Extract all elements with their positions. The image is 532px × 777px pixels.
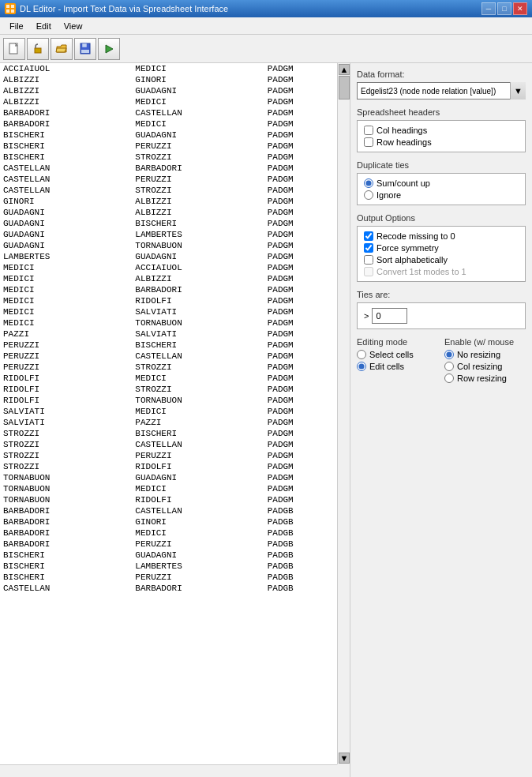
table-row[interactable]: STROZZIRIDOLFIPADGM bbox=[0, 461, 350, 472]
output-options-label: Output Options bbox=[357, 213, 526, 223]
open-button[interactable] bbox=[51, 38, 73, 60]
ties-value-input[interactable]: 0 bbox=[372, 308, 407, 324]
table-row[interactable]: PERUZZISTROZZIPADGM bbox=[0, 362, 350, 373]
recode-missing-checkbox[interactable] bbox=[364, 231, 373, 241]
scrollbar-thumb[interactable] bbox=[339, 76, 350, 99]
table-cell: LAMBERTES bbox=[132, 561, 264, 572]
table-row[interactable]: BARBADORIPERUZZIPADGB bbox=[0, 539, 350, 550]
menu-view[interactable]: View bbox=[58, 20, 89, 32]
select-cells-radio[interactable] bbox=[357, 350, 366, 359]
table-row[interactable]: SALVIATIPAZZIPADGM bbox=[0, 417, 350, 428]
table-row[interactable]: MEDICISALVIATIPADGM bbox=[0, 306, 350, 317]
table-row[interactable]: STROZZICASTELLANPADGM bbox=[0, 439, 350, 450]
table-row[interactable]: MEDICIBARBADORIPADGM bbox=[0, 284, 350, 295]
data-panel: ACCIAIUOLMEDICIPADGMALBIZZIGINORIPADGMAL… bbox=[0, 63, 350, 777]
data-scroll[interactable]: ACCIAIUOLMEDICIPADGMALBIZZIGINORIPADGMAL… bbox=[0, 63, 350, 764]
save-button[interactable] bbox=[74, 38, 96, 60]
table-row[interactable]: GUADAGNIBISCHERIPADGM bbox=[0, 218, 350, 229]
table-row[interactable]: PAZZISALVIATIPADGM bbox=[0, 328, 350, 340]
table-row[interactable]: SALVIATIMEDICIPADGM bbox=[0, 406, 350, 417]
table-row[interactable]: ALBIZZIGINORIPADGM bbox=[0, 74, 350, 85]
vertical-scrollbar[interactable]: ▲ ▼ bbox=[337, 63, 350, 764]
table-row[interactable]: RIDOLFIMEDICIPADGM bbox=[0, 373, 350, 384]
table-row[interactable]: BARBADORICASTELLANPADGM bbox=[0, 107, 350, 118]
table-row[interactable]: LAMBERTESGUADAGNIPADGM bbox=[0, 251, 350, 262]
table-row[interactable]: CASTELLANBARBADORIPADGB bbox=[0, 583, 350, 594]
close-button[interactable]: ✕ bbox=[513, 2, 527, 15]
window-title: DL Editor - Import Text Data via Spreads… bbox=[20, 4, 228, 13]
table-cell: ACCIAIUOL bbox=[0, 63, 132, 74]
table-row[interactable]: ALBIZZIMEDICIPADGM bbox=[0, 96, 350, 107]
table-row[interactable]: TORNABUONGUADAGNIPADGM bbox=[0, 472, 350, 483]
col-resizing-radio[interactable] bbox=[444, 362, 454, 371]
table-row[interactable]: ALBIZZIGUADAGNIPADGM bbox=[0, 85, 350, 96]
minimize-button[interactable]: ─ bbox=[481, 2, 496, 15]
table-row[interactable]: BISCHERIPERUZZIPADGM bbox=[0, 141, 350, 152]
col-headings-checkbox[interactable] bbox=[364, 126, 373, 135]
table-row[interactable]: GUADAGNILAMBERTESPADGM bbox=[0, 229, 350, 240]
table-row[interactable]: BISCHERIGUADAGNIPADGB bbox=[0, 550, 350, 561]
table-row[interactable]: TORNABUONRIDOLFIPADGM bbox=[0, 494, 350, 505]
title-bar: DL Editor - Import Text Data via Spreads… bbox=[0, 0, 532, 17]
table-cell: CASTELLAN bbox=[132, 351, 264, 362]
table-cell: GUADAGNI bbox=[0, 207, 132, 218]
sum-count-radio[interactable] bbox=[364, 178, 373, 188]
row-resizing-radio[interactable] bbox=[444, 373, 454, 383]
horizontal-scrollbar[interactable] bbox=[0, 764, 337, 777]
table-row[interactable]: BISCHERIGUADAGNIPADGM bbox=[0, 130, 350, 141]
table-row[interactable]: BARBADORICASTELLANPADGB bbox=[0, 505, 350, 516]
svg-rect-8 bbox=[81, 50, 89, 53]
table-row[interactable]: STROZZIBISCHERIPADGM bbox=[0, 428, 350, 439]
force-symmetry-checkbox[interactable] bbox=[364, 243, 373, 253]
table-row[interactable]: GINORIALBIZZIPADGM bbox=[0, 196, 350, 207]
no-resizing-radio[interactable] bbox=[444, 350, 454, 359]
row-headings-checkbox[interactable] bbox=[364, 137, 373, 147]
table-row[interactable]: CASTELLANSTROZZIPADGM bbox=[0, 185, 350, 196]
table-cell: MEDICI bbox=[0, 306, 132, 317]
table-row[interactable]: MEDICIACCIAIUOLPADGM bbox=[0, 262, 350, 273]
table-row[interactable]: PERUZZICASTELLANPADGM bbox=[0, 351, 350, 362]
run-button[interactable] bbox=[98, 38, 120, 60]
sort-alpha-checkbox[interactable] bbox=[364, 255, 373, 265]
convert-1st-checkbox[interactable] bbox=[364, 267, 373, 276]
table-row[interactable]: BARBADORIMEDICIPADGB bbox=[0, 527, 350, 539]
table-row[interactable]: BARBADORIGINORIPADGB bbox=[0, 516, 350, 527]
open-lock-button[interactable] bbox=[27, 38, 49, 60]
table-row[interactable]: MEDICIRIDOLFIPADGM bbox=[0, 295, 350, 306]
col-headings-label: Col headings bbox=[377, 126, 427, 135]
table-row[interactable]: BISCHERILAMBERTESPADGB bbox=[0, 561, 350, 572]
table-row[interactable]: RIDOLFITORNABUONPADGM bbox=[0, 395, 350, 406]
table-cell: ALBIZZI bbox=[132, 196, 264, 207]
table-row[interactable]: BISCHERIPERUZZIPADGB bbox=[0, 572, 350, 583]
table-row[interactable]: MEDICITORNABUONPADGM bbox=[0, 317, 350, 328]
menu-file[interactable]: File bbox=[3, 20, 30, 32]
table-row[interactable]: MEDICIALBIZZIPADGM bbox=[0, 273, 350, 284]
table-row[interactable]: CASTELLANBARBADORIPADGM bbox=[0, 163, 350, 174]
table-row[interactable]: PERUZZIBISCHERIPADGM bbox=[0, 340, 350, 351]
table-row[interactable]: GUADAGNIALBIZZIPADGM bbox=[0, 207, 350, 218]
table-cell: GUADAGNI bbox=[132, 251, 264, 262]
table-cell: ALBIZZI bbox=[0, 85, 132, 96]
table-cell: BISCHERI bbox=[0, 152, 132, 163]
table-row[interactable]: BISCHERISTROZZIPADGM bbox=[0, 152, 350, 163]
table-cell: ALBIZZI bbox=[0, 96, 132, 107]
table-row[interactable]: RIDOLFISTROZZIPADGM bbox=[0, 384, 350, 395]
edit-cells-radio[interactable] bbox=[357, 362, 366, 371]
maximize-button[interactable]: □ bbox=[497, 2, 511, 15]
table-row[interactable]: STROZZIPERUZZIPADGM bbox=[0, 450, 350, 461]
new-button[interactable] bbox=[3, 38, 25, 60]
table-row[interactable]: TORNABUONMEDICIPADGM bbox=[0, 483, 350, 494]
table-row[interactable]: BARBADORIMEDICIPADGM bbox=[0, 118, 350, 130]
table-row[interactable]: GUADAGNITORNABUONPADGM bbox=[0, 240, 350, 251]
sum-count-row: Sum/count up bbox=[364, 178, 519, 188]
table-cell: SALVIATI bbox=[0, 417, 132, 428]
table-row[interactable]: CASTELLANPERUZZIPADGM bbox=[0, 174, 350, 185]
table-cell: PERUZZI bbox=[0, 340, 132, 351]
table-cell: BISCHERI bbox=[132, 428, 264, 439]
table-row[interactable]: ACCIAIUOLMEDICIPADGM bbox=[0, 63, 350, 74]
data-format-label: Data format: bbox=[357, 69, 526, 79]
menu-edit[interactable]: Edit bbox=[30, 20, 58, 32]
ignore-radio[interactable] bbox=[364, 190, 373, 200]
table-cell: CASTELLAN bbox=[0, 174, 132, 185]
data-format-dropdown[interactable]: Edgelist23 (node node relation [value]) bbox=[357, 82, 526, 99]
